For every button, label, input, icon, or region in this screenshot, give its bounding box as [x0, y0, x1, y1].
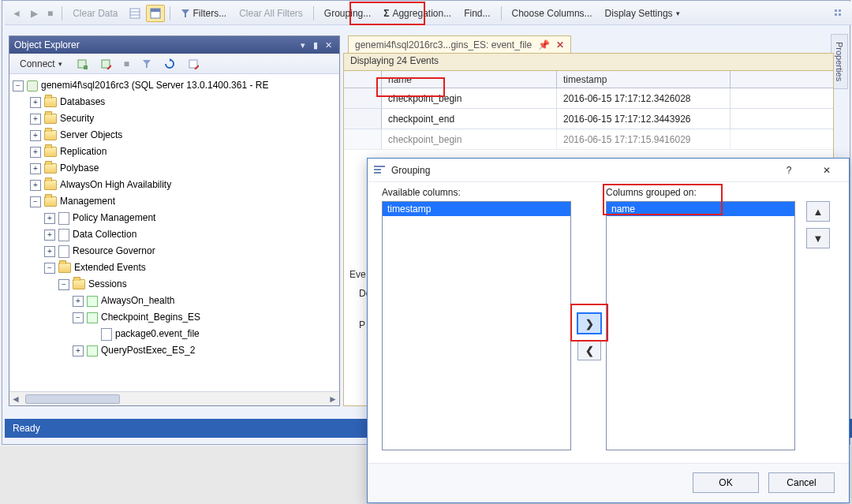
object-explorer-titlebar: Object Explorer ▾ ▮ ✕: [9, 36, 339, 54]
server-icon: [27, 80, 38, 91]
filters-button[interactable]: Filters...: [175, 5, 233, 22]
display-settings-button[interactable]: Display Settings▾: [600, 5, 686, 22]
svg-rect-16: [189, 60, 197, 68]
events-grid[interactable]: name timestamp checkpoint_begin 2016-06-…: [344, 71, 833, 150]
session-icon: [87, 312, 98, 323]
tree-node-management[interactable]: −Management: [11, 193, 338, 210]
tab-label: genemi4f\sql2016rc3...gins_ES: event_fil…: [355, 39, 532, 50]
grid-cell-ts: 2016-06-15 17:17:12.3443926: [557, 109, 731, 129]
panel-pin-icon[interactable]: ▮: [309, 40, 322, 50]
find-button[interactable]: Find...: [458, 5, 495, 22]
grouped-listitem-name[interactable]: name: [607, 202, 794, 216]
tree-node-alwayson[interactable]: +AlwaysOn High Availability: [11, 177, 338, 193]
scroll-left-icon[interactable]: ◄: [9, 394, 22, 405]
nav-stop-icon[interactable]: ■: [43, 5, 57, 22]
aggregation-button[interactable]: Σ Aggregation...: [378, 5, 457, 22]
grid-view1-icon[interactable]: [125, 5, 144, 22]
grid-cell-name: checkpoint_end: [382, 109, 557, 129]
sigma-icon: Σ: [383, 8, 389, 19]
scroll-right-icon[interactable]: ►: [327, 394, 339, 405]
clear-filters-button[interactable]: Clear All Filters: [234, 5, 308, 22]
tab-pin-icon[interactable]: 📌: [538, 39, 550, 50]
folder-icon: [73, 279, 85, 289]
tree-node-package0[interactable]: package0.event_file: [11, 326, 338, 342]
svg-marker-5: [181, 9, 189, 17]
document-tab[interactable]: genemi4f\sql2016rc3...gins_ES: event_fil…: [348, 35, 571, 53]
doc-icon: [58, 245, 69, 258]
dialog-cancel-button[interactable]: Cancel: [768, 472, 835, 493]
grouped-columns-listbox[interactable]: name: [606, 201, 795, 450]
nav-play-icon[interactable]: ▶: [27, 5, 42, 22]
dialog-icon: [374, 164, 385, 176]
oe-refresh-icon[interactable]: [160, 55, 179, 73]
folder-icon: [44, 196, 57, 207]
svg-rect-7: [839, 9, 841, 12]
dialog-ok-button[interactable]: OK: [693, 472, 759, 493]
scroll-thumb[interactable]: [25, 394, 120, 404]
object-explorer-hscroll[interactable]: ◄ ►: [9, 391, 339, 405]
folder-icon: [44, 114, 57, 124]
oe-connect-icon[interactable]: [73, 55, 92, 73]
tree-root[interactable]: −genemi4f\sql2016rc3 (SQL Server 13.0.14…: [11, 77, 338, 94]
svg-rect-20: [374, 172, 381, 174]
svg-rect-0: [130, 9, 140, 18]
toolbar-overflow-icon[interactable]: [830, 6, 849, 21]
grid-row[interactable]: checkpoint_begin 2016-06-15 17:17:15.941…: [344, 129, 833, 150]
tree-node-extended-events[interactable]: −Extended Events: [11, 259, 338, 276]
grid-col-timestamp[interactable]: timestamp: [557, 71, 731, 88]
svg-marker-14: [143, 60, 151, 68]
funnel-icon: [181, 9, 190, 18]
folder-icon: [44, 180, 57, 190]
grid-col-name[interactable]: name: [382, 71, 557, 88]
oe-cancel-icon[interactable]: [184, 55, 203, 73]
grid-row[interactable]: checkpoint_end 2016-06-15 17:17:12.34439…: [344, 109, 833, 129]
panel-dropdown-icon[interactable]: ▾: [297, 40, 309, 50]
move-right-button[interactable]: ❯: [577, 313, 601, 334]
object-explorer-tree[interactable]: −genemi4f\sql2016rc3 (SQL Server 13.0.14…: [9, 74, 339, 362]
panel-close-icon[interactable]: ✕: [322, 40, 334, 50]
document-tabstrip: genemi4f\sql2016rc3...gins_ES: event_fil…: [343, 35, 834, 53]
available-listitem-timestamp[interactable]: timestamp: [383, 202, 570, 216]
dialog-help-icon[interactable]: ?: [773, 161, 805, 180]
grid-row[interactable]: checkpoint_begin 2016-06-15 17:17:12.342…: [344, 88, 833, 109]
choose-columns-button[interactable]: Choose Columns...: [506, 5, 598, 22]
tree-node-databases[interactable]: +Databases: [11, 94, 338, 110]
tree-node-checkpoint-begins[interactable]: −Checkpoint_Begins_ES: [11, 309, 338, 326]
folder-icon: [44, 147, 57, 157]
oe-stop-icon[interactable]: ■: [120, 55, 133, 73]
dialog-close-icon[interactable]: ✕: [811, 161, 843, 180]
file-icon: [101, 328, 112, 341]
grouping-button[interactable]: Grouping...: [319, 5, 376, 22]
grid-cell-name: checkpoint_begin: [382, 129, 557, 149]
folder-icon: [44, 130, 57, 140]
doc-icon: [58, 212, 69, 225]
session-icon: [87, 345, 98, 357]
oe-disconnect-icon[interactable]: [96, 55, 115, 73]
tree-node-alwayson-health[interactable]: +AlwaysOn_health: [11, 293, 338, 309]
tree-node-server-objects[interactable]: +Server Objects: [11, 127, 338, 144]
nav-back-icon[interactable]: ◄: [8, 5, 25, 22]
grouped-columns-label: Columns grouped on:: [606, 187, 697, 198]
tab-close-icon[interactable]: ✕: [556, 39, 564, 50]
available-columns-listbox[interactable]: timestamp: [382, 201, 571, 450]
connect-button[interactable]: Connect▾: [14, 55, 68, 73]
tree-node-policy[interactable]: +Policy Management: [11, 210, 338, 226]
move-left-button[interactable]: ❮: [577, 340, 601, 360]
move-down-button[interactable]: ▼: [806, 228, 830, 248]
tree-node-data-collection[interactable]: +Data Collection: [11, 226, 338, 243]
tree-node-sessions[interactable]: −Sessions: [11, 276, 338, 293]
dialog-titlebar[interactable]: Grouping ? ✕: [368, 159, 849, 182]
oe-filter-icon[interactable]: [138, 56, 155, 72]
tree-node-resource-governor[interactable]: +Resource Governor: [11, 243, 338, 259]
doc-icon: [58, 229, 69, 241]
tree-node-polybase[interactable]: +Polybase: [11, 160, 338, 177]
grid-view2-icon[interactable]: [146, 5, 165, 22]
tree-node-security[interactable]: +Security: [11, 110, 338, 127]
folder-icon: [44, 97, 57, 107]
clear-data-button[interactable]: Clear Data: [67, 5, 123, 22]
session-icon: [87, 296, 98, 307]
dialog-title: Grouping: [391, 165, 767, 176]
tree-node-replication[interactable]: +Replication: [11, 144, 338, 160]
move-up-button[interactable]: ▲: [806, 201, 830, 222]
tree-node-querypostexec[interactable]: +QueryPostExec_ES_2: [11, 342, 338, 359]
